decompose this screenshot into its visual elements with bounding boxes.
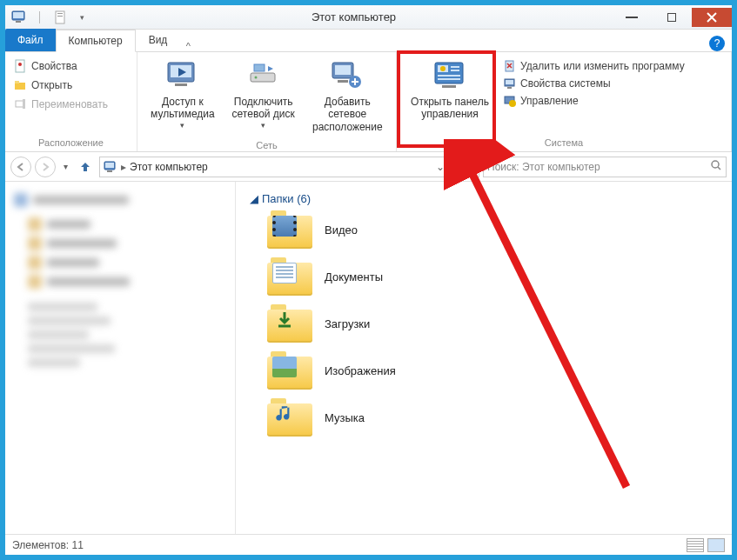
titlebar: ▾ Этот компьютер xyxy=(5,5,732,30)
manage-button[interactable]: Управление xyxy=(499,92,688,110)
group-system-label: Система xyxy=(397,136,731,151)
svg-rect-6 xyxy=(57,16,63,17)
svg-rect-30 xyxy=(438,78,460,80)
svg-point-41 xyxy=(712,161,719,168)
folder-icon xyxy=(267,257,312,296)
address-bar[interactable]: ▸ Этот компьютер ⌄ xyxy=(99,157,479,177)
map-drive-icon xyxy=(245,57,282,94)
folder-item-documents[interactable]: Документы xyxy=(267,257,721,296)
folder-item-video[interactable]: Видео xyxy=(267,210,721,249)
svg-rect-19 xyxy=(254,64,265,71)
forward-button[interactable] xyxy=(35,157,56,177)
folder-label: Изображения xyxy=(325,364,396,377)
up-button[interactable] xyxy=(75,157,96,177)
svg-rect-16 xyxy=(175,83,187,86)
media-access-button[interactable]: Доступ к мультимедиа ▾ xyxy=(143,56,223,132)
manage-icon xyxy=(503,94,517,108)
system-properties-button[interactable]: Свойства системы xyxy=(499,75,688,92)
svg-rect-9 xyxy=(15,83,25,90)
tab-file[interactable]: Файл xyxy=(5,29,56,51)
refresh-icon[interactable] xyxy=(452,159,475,174)
control-panel-label: Открыть панель управления xyxy=(404,96,496,121)
status-bar: Элементов: 11 xyxy=(5,534,732,555)
qat-dropdown-icon[interactable]: ▾ xyxy=(73,9,90,26)
svg-rect-2 xyxy=(16,21,21,23)
folders-section-header[interactable]: ◢Папки (6) xyxy=(246,189,721,210)
view-details-button[interactable] xyxy=(687,538,704,552)
search-placeholder: Поиск: Этот компьютер xyxy=(487,161,600,173)
svg-point-26 xyxy=(440,66,446,71)
qat-divider-icon xyxy=(31,9,49,26)
folder-icon xyxy=(267,304,312,343)
open-control-panel-button[interactable]: Открыть панель управления xyxy=(402,56,498,123)
rename-label: Переименовать xyxy=(31,98,108,110)
svg-rect-31 xyxy=(442,85,456,88)
folder-item-pictures[interactable]: Изображения xyxy=(267,351,721,390)
close-button[interactable] xyxy=(692,8,732,27)
folder-item-music[interactable]: Музыка xyxy=(267,398,721,437)
svg-rect-29 xyxy=(438,75,460,77)
uninstall-icon xyxy=(503,59,517,73)
svg-rect-21 xyxy=(335,65,351,75)
minimize-ribbon-icon[interactable]: ^ xyxy=(180,41,196,51)
uninstall-program-button[interactable]: Удалить или изменить программу xyxy=(499,57,688,75)
history-dropdown-icon[interactable]: ▾ xyxy=(59,162,71,171)
svg-rect-17 xyxy=(251,73,275,82)
map-drive-button[interactable]: Подключить сетевой диск ▾ xyxy=(224,56,303,132)
svg-rect-34 xyxy=(506,80,513,84)
collapse-icon[interactable]: ◢ xyxy=(250,192,258,205)
svg-rect-3 xyxy=(39,11,40,23)
folder-item-downloads[interactable]: Загрузки xyxy=(267,304,721,343)
svg-point-8 xyxy=(18,63,22,66)
svg-rect-22 xyxy=(338,80,348,83)
help-icon[interactable]: ? xyxy=(709,36,725,51)
breadcrumb[interactable]: Этот компьютер xyxy=(130,161,208,173)
navigation-pane[interactable] xyxy=(5,182,236,534)
media-access-label: Доступ к мультимедиа xyxy=(144,96,221,121)
folder-icon xyxy=(267,210,312,249)
folder-label: Документы xyxy=(325,270,383,283)
ribbon-tabs: Файл Компьютер Вид ^ ? xyxy=(5,30,732,52)
properties-icon xyxy=(14,59,28,73)
svg-rect-1 xyxy=(13,12,23,18)
ribbon-group-system: Открыть панель управления Удалить или из… xyxy=(397,52,732,151)
computer-icon xyxy=(10,9,28,26)
window-title: Этот компьютер xyxy=(96,10,612,23)
uninstall-label: Удалить или изменить программу xyxy=(520,60,685,72)
tab-view[interactable]: Вид xyxy=(136,29,181,51)
svg-rect-40 xyxy=(107,170,112,172)
search-input[interactable]: Поиск: Этот компьютер xyxy=(483,157,727,177)
computer-icon xyxy=(104,160,117,174)
group-location-label: Расположение xyxy=(5,136,137,151)
search-icon xyxy=(710,159,722,174)
media-access-icon xyxy=(164,57,201,94)
ribbon-group-network: Доступ к мультимедиа ▾ Подключить сетево… xyxy=(137,52,397,151)
minimize-button[interactable] xyxy=(612,8,652,27)
open-icon xyxy=(14,78,28,92)
address-dropdown-icon[interactable]: ⌄ xyxy=(432,161,448,173)
explorer-window: ▾ Этот компьютер Файл Компьютер Вид ^ ? … xyxy=(5,5,732,555)
system-properties-icon xyxy=(503,77,517,90)
content-area: ◢Папки (6) ВидеоДокументыЗагрузкиИзображ… xyxy=(5,182,732,534)
ribbon: Свойства Открыть Переименовать Расположе… xyxy=(5,52,732,152)
add-location-label: Добавить сетевое расположение xyxy=(306,96,389,133)
window-controls xyxy=(612,8,732,27)
dropdown-icon: ▾ xyxy=(180,121,184,130)
svg-rect-5 xyxy=(57,13,63,14)
dropdown-icon: ▾ xyxy=(261,121,265,130)
svg-rect-12 xyxy=(23,99,25,109)
rename-icon xyxy=(14,97,28,111)
open-button[interactable]: Открыть xyxy=(10,77,76,94)
back-button[interactable] xyxy=(10,157,31,177)
ribbon-group-location: Свойства Открыть Переименовать Расположе… xyxy=(5,52,137,151)
tab-computer[interactable]: Компьютер xyxy=(56,30,136,52)
folder-icon xyxy=(267,398,312,437)
maximize-button[interactable] xyxy=(652,8,692,27)
svg-rect-28 xyxy=(451,70,459,71)
svg-rect-39 xyxy=(105,163,114,168)
properties-qat-icon[interactable] xyxy=(52,9,70,26)
view-thumbnails-button[interactable] xyxy=(707,538,725,552)
svg-rect-27 xyxy=(451,66,459,68)
properties-button[interactable]: Свойства xyxy=(10,57,81,75)
add-network-location-button[interactable]: Добавить сетевое расположение xyxy=(305,56,391,135)
